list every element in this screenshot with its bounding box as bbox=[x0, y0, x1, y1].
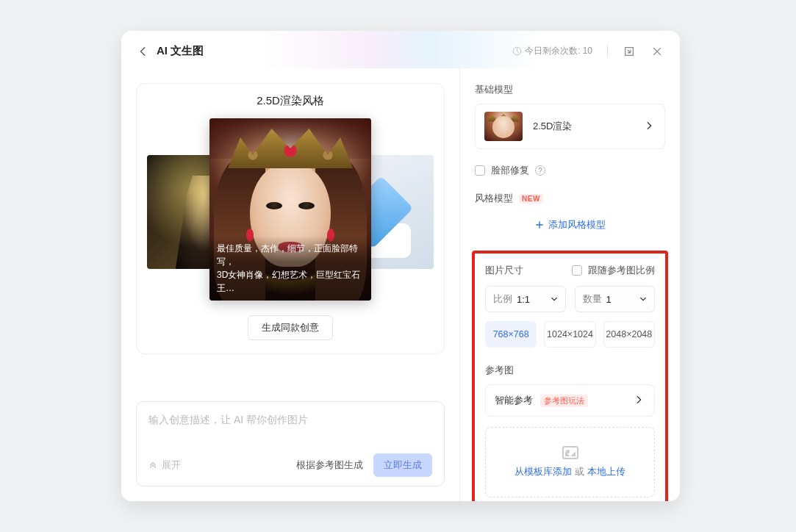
count-select[interactable]: 数量 1 bbox=[575, 286, 656, 312]
expand-label: 展开 bbox=[162, 459, 181, 472]
base-model-card[interactable]: 2.5D渲染 bbox=[475, 104, 665, 149]
gallery-caption: 最佳质量，杰作，细节，正面脸部特写， 3D女神肖像，幻想艺术，巨型红宝石王… bbox=[209, 236, 371, 301]
reference-dropzone[interactable]: 从模板库添加 或 本地上传 bbox=[485, 427, 655, 497]
generate-same-style-button[interactable]: 生成同款创意 bbox=[248, 315, 333, 340]
image-placeholder-icon bbox=[562, 446, 578, 459]
ai-text-to-image-modal: AI 文生图 今日剩余次数: 10 2.5D渲染风格 bbox=[121, 31, 680, 501]
showcase-title: 2.5D渲染风格 bbox=[257, 94, 324, 108]
back-icon[interactable] bbox=[137, 46, 149, 57]
expand-toggle[interactable]: 展开 bbox=[148, 459, 181, 472]
quota-text: 今日剩余次数: 10 bbox=[525, 45, 592, 57]
generate-now-button[interactable]: 立即生成 bbox=[373, 453, 432, 477]
base-model-name: 2.5D渲染 bbox=[533, 120, 634, 133]
follow-ref-ratio-label: 跟随参考图比例 bbox=[588, 264, 655, 277]
prompt-box: 展开 根据参考图生成 立即生成 bbox=[136, 401, 445, 486]
modal-header: AI 文生图 今日剩余次数: 10 bbox=[121, 31, 680, 68]
base-model-section: 基础模型 2.5D渲染 bbox=[475, 83, 665, 149]
style-showcase: 2.5D渲染风格 最佳质量，杰 bbox=[136, 83, 445, 354]
chevron-right-icon bbox=[644, 121, 656, 132]
generate-from-reference-link[interactable]: 根据参考图生成 bbox=[296, 459, 363, 472]
pip-icon[interactable] bbox=[623, 45, 636, 58]
ratio-select[interactable]: 比例 1:1 bbox=[485, 286, 566, 312]
smart-reference-label: 智能参考 bbox=[495, 394, 533, 407]
smart-reference-row[interactable]: 智能参考 参考图玩法 bbox=[485, 384, 655, 417]
add-style-label: 添加风格模型 bbox=[548, 218, 606, 231]
size-chip-1024[interactable]: 1024×1024 bbox=[544, 321, 595, 348]
add-style-model-button[interactable]: 添加风格模型 bbox=[475, 214, 665, 236]
reference-section-label: 参考图 bbox=[485, 364, 655, 377]
highlighted-settings: 图片尺寸 跟随参考图比例 比例 1:1 数量 1 bbox=[472, 251, 668, 501]
close-icon[interactable] bbox=[650, 45, 664, 58]
local-upload-link[interactable]: 本地上传 bbox=[587, 466, 625, 477]
face-fix-checkbox[interactable] bbox=[475, 165, 485, 176]
right-panel: 基础模型 2.5D渲染 脸部修复 ? 风格模型 bbox=[460, 68, 680, 501]
chevron-down-icon bbox=[639, 295, 647, 303]
caption-line-2: 3D女神肖像，幻想艺术，巨型红宝石王… bbox=[217, 268, 364, 295]
image-size-label: 图片尺寸 bbox=[485, 264, 523, 277]
ratio-select-label: 比例 bbox=[493, 292, 512, 306]
add-from-library-link[interactable]: 从模板库添加 bbox=[514, 466, 572, 477]
left-panel: 2.5D渲染风格 最佳质量，杰 bbox=[121, 68, 460, 501]
base-model-thumbnail bbox=[484, 112, 523, 141]
help-icon[interactable]: ? bbox=[535, 165, 545, 176]
caption-line-1: 最佳质量，杰作，细节，正面脸部特写， bbox=[217, 242, 364, 268]
face-fix-checkbox-row[interactable]: 脸部修复 ? bbox=[475, 164, 665, 177]
reference-badge: 参考图玩法 bbox=[540, 395, 588, 407]
dz-or: 或 bbox=[572, 466, 587, 477]
dropzone-text: 从模板库添加 或 本地上传 bbox=[514, 465, 625, 478]
face-fix-label: 脸部修复 bbox=[491, 164, 529, 177]
count-select-label: 数量 bbox=[583, 292, 602, 306]
follow-ref-ratio-checkbox[interactable] bbox=[572, 265, 582, 276]
new-badge: NEW bbox=[519, 194, 543, 204]
ratio-select-value: 1:1 bbox=[517, 294, 530, 305]
style-model-label: 风格模型 bbox=[475, 192, 513, 205]
base-model-label: 基础模型 bbox=[475, 83, 665, 96]
chevron-right-icon bbox=[634, 395, 645, 406]
size-chip-768[interactable]: 768×768 bbox=[485, 321, 537, 348]
gallery-thumb-main[interactable]: 最佳质量，杰作，细节，正面脸部特写， 3D女神肖像，幻想艺术，巨型红宝石王… bbox=[209, 118, 371, 301]
chevron-down-icon bbox=[551, 295, 558, 303]
style-model-section: 风格模型 NEW 添加风格模型 bbox=[475, 192, 665, 236]
follow-ref-ratio-row[interactable]: 跟随参考图比例 bbox=[572, 264, 655, 277]
size-chip-2048[interactable]: 2048×2048 bbox=[603, 321, 655, 348]
prompt-input[interactable] bbox=[148, 414, 432, 450]
gallery: 最佳质量，杰作，细节，正面脸部特写， 3D女神肖像，幻想艺术，巨型红宝石王… bbox=[147, 118, 434, 302]
face-fix-row: 脸部修复 ? bbox=[475, 164, 665, 177]
page-title: AI 文生图 bbox=[157, 44, 204, 58]
quota-indicator: 今日剩余次数: 10 bbox=[512, 45, 592, 57]
count-select-value: 1 bbox=[606, 294, 612, 305]
